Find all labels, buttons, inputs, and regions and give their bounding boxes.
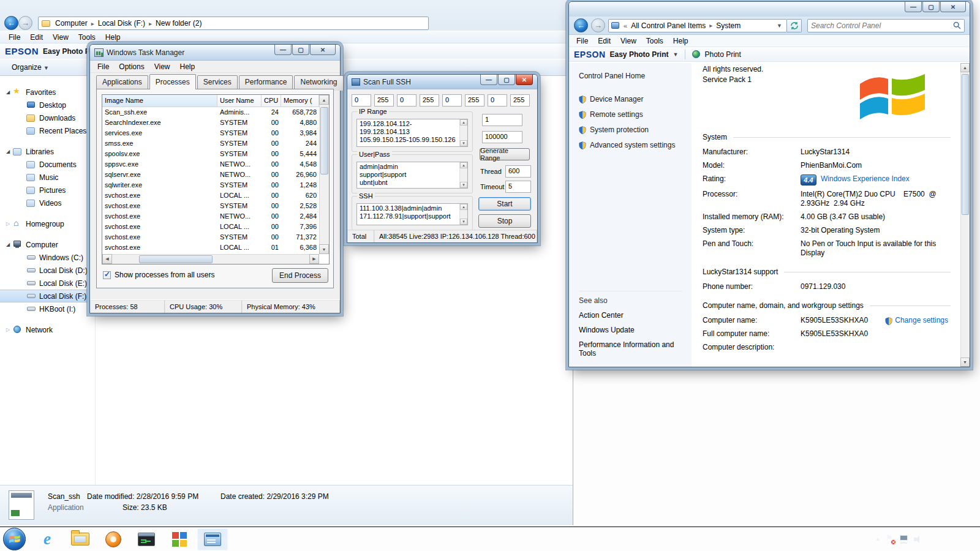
sidebar-item[interactable]: Documents [0, 158, 95, 171]
horizontal-scrollbar[interactable]: ◀ ▶ [102, 254, 319, 264]
scrollbar-thumb[interactable] [320, 107, 328, 174]
expander-icon[interactable] [6, 221, 13, 227]
system-titlebar[interactable]: — ▢ ✕ [569, 2, 970, 17]
taskbar-media-player-button[interactable] [98, 528, 129, 550]
process-row[interactable]: svchost.exe LOCAL ... 00 7,396 [102, 222, 319, 232]
process-row[interactable]: smss.exe SYSTEM 00 244 [102, 138, 319, 149]
show-all-users-checkbox[interactable]: Show processes from all users [103, 271, 214, 279]
sidebar-item[interactable]: Network [0, 323, 95, 336]
chevron-down-icon[interactable]: ▼ [775, 23, 784, 29]
sidebar-task-link[interactable]: System protection [579, 126, 683, 134]
sidebar-item[interactable]: Homegroup [0, 217, 95, 230]
search-input[interactable] [811, 21, 953, 30]
scroll-up-icon[interactable]: ▲ [319, 95, 329, 105]
wei-link[interactable]: Windows Experience Index [821, 174, 910, 184]
forward-button[interactable]: → [591, 18, 605, 32]
breadcrumb-item[interactable]: All Control Panel Items▸ [629, 21, 714, 31]
column-header[interactable]: Memory ( [281, 95, 319, 107]
collapsed-crumbs-icon[interactable]: « [622, 22, 629, 29]
sidebar-item[interactable]: Videos [0, 197, 95, 209]
menu-item[interactable]: View [149, 61, 175, 72]
sidebar-task-link[interactable]: Remote settings [579, 110, 683, 119]
breadcrumb-item[interactable]: Computer▸ [53, 18, 96, 28]
scroll-left-icon[interactable]: ◀ [102, 254, 112, 264]
chevron-down-icon[interactable]: ▼ [673, 51, 679, 58]
scroll-down-icon[interactable]: ▼ [460, 182, 467, 188]
taskbar-explorer-button[interactable] [65, 528, 96, 550]
sidebar-task-link[interactable]: Advanced system settings [579, 141, 683, 149]
task-manager-titlebar[interactable]: Windows Task Manager — ▢ ✕ [90, 45, 340, 61]
maximize-button[interactable]: ▢ [922, 2, 940, 12]
octet-input[interactable]: 0 [352, 94, 371, 107]
process-row[interactable]: spoolsv.exe SYSTEM 00 5,444 [102, 149, 319, 159]
menu-item[interactable]: File [4, 32, 25, 43]
column-header[interactable]: Image Name [102, 95, 217, 107]
scroll-down-icon[interactable]: ▼ [460, 219, 467, 225]
scrollbar-thumb[interactable] [962, 74, 969, 215]
end-process-button[interactable]: End Process [272, 268, 328, 283]
clock[interactable]: 4:11 PM 2/29/2016 [928, 531, 965, 548]
show-desktop-button[interactable] [971, 527, 978, 551]
menu-item[interactable]: Help [175, 61, 200, 72]
photo-print-label[interactable]: Photo Print [704, 50, 741, 59]
process-row[interactable]: svchost.exe NETWO... 00 2,484 [102, 211, 319, 222]
column-header[interactable]: CPU [262, 95, 281, 107]
menu-item[interactable]: Options [114, 61, 149, 72]
expander-icon[interactable] [6, 327, 13, 332]
scroll-up-icon[interactable]: ▲ [460, 204, 467, 210]
menu-item[interactable]: Edit [25, 32, 48, 43]
epson-product-label[interactable]: Easy Photo Print [610, 50, 669, 59]
close-button[interactable]: ✕ [310, 45, 336, 55]
menu-item[interactable]: Tools [74, 32, 100, 43]
scrollbar-thumb[interactable] [139, 255, 213, 263]
start-button[interactable] [3, 528, 26, 550]
process-row[interactable]: services.exe SYSTEM 00 3,984 [102, 128, 319, 138]
minimize-button[interactable]: — [274, 45, 292, 55]
expander-icon[interactable] [6, 89, 13, 95]
sidebar-item[interactable]: Downloads [0, 111, 95, 124]
scroll-up-icon[interactable]: ▲ [960, 63, 970, 72]
menu-item[interactable]: File [571, 36, 593, 47]
scroll-down-icon[interactable]: ▼ [319, 244, 329, 254]
list-scrollbar[interactable]: ▲▼ [459, 162, 467, 188]
scan-ssh-titlebar[interactable]: Scan Full SSH — ▢ ✕ [347, 75, 537, 89]
process-row[interactable]: svchost.exe SYSTEM 00 2,528 [102, 201, 319, 211]
organize-button[interactable]: Organize ▼ [6, 61, 55, 73]
column-header[interactable]: User Name [217, 95, 262, 107]
change-settings-link[interactable]: Change settings [895, 316, 948, 325]
minimize-button[interactable]: — [905, 2, 922, 12]
thread-input[interactable]: 600 [505, 165, 531, 178]
scroll-right-icon[interactable]: ▶ [309, 254, 319, 264]
minimize-button[interactable]: — [480, 75, 497, 85]
refresh-button[interactable] [787, 19, 802, 32]
octet-input[interactable]: 255 [374, 94, 394, 107]
menu-item[interactable]: File [92, 61, 114, 72]
stop-button[interactable]: Stop [478, 214, 531, 228]
maximize-button[interactable]: ▢ [292, 45, 309, 55]
close-button[interactable]: ✕ [940, 2, 966, 12]
volume-icon[interactable] [914, 535, 922, 543]
sidebar-task-link[interactable]: Device Manager [579, 95, 683, 103]
scroll-up-icon[interactable]: ▲ [460, 119, 467, 126]
maximize-button[interactable]: ▢ [498, 75, 515, 85]
action-center-icon[interactable]: ✕ [886, 535, 894, 544]
process-row[interactable]: sqlwriter.exe SYSTEM 00 1,248 [102, 180, 319, 190]
sidebar-item[interactable]: Local Disk (D:) [0, 264, 95, 277]
timeout-input[interactable]: 5 [505, 181, 531, 193]
tab[interactable]: Processes [149, 74, 196, 89]
language-indicator[interactable]: EN [861, 536, 870, 543]
sidebar-item[interactable]: Favorites [0, 86, 95, 99]
menu-item[interactable]: Help [100, 32, 126, 43]
scroll-down-icon[interactable]: ▼ [460, 140, 467, 146]
ip-range-list[interactable]: 199.128.104.112-199.128.104.113 105.99.1… [356, 119, 468, 147]
taskbar-task-manager-button[interactable] [164, 528, 195, 550]
see-also-link[interactable]: Windows Update [579, 326, 683, 334]
expander-icon[interactable] [6, 149, 13, 154]
list-scrollbar[interactable]: ▲▼ [459, 119, 467, 146]
sidebar-item[interactable]: Local Disk (F:) [0, 290, 95, 302]
octet-input[interactable]: 0 [397, 94, 417, 107]
scroll-up-icon[interactable]: ▲ [460, 162, 467, 168]
close-button[interactable]: ✕ [516, 75, 533, 85]
back-button[interactable]: ← [574, 18, 588, 32]
breadcrumb-item[interactable]: Local Disk (F:)▸ [96, 18, 154, 28]
